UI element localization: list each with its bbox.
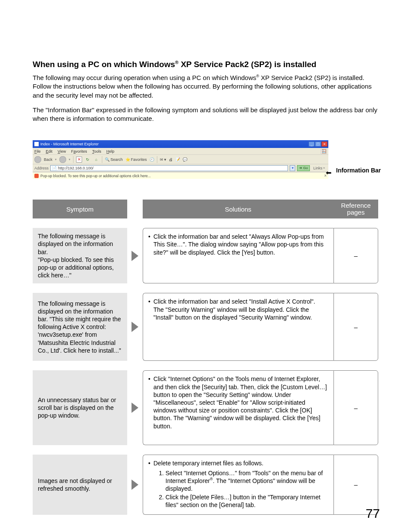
infobar-paragraph: The "Information Bar" expressed in the f… [33,106,378,123]
step-1: Select "Internet Options…" from "Tools" … [165,469,327,493]
ie-address-bar: Address 📄 http://192.168.0.100/ ▾ ➔ Go L… [33,164,328,172]
ie-menubar: File Edit View Favorites Tools Help 🪟 [33,148,328,155]
table-row: The following message is displayed on th… [33,228,378,283]
menu-file[interactable]: File [34,149,41,154]
solution-cell: Click the information bar and select "Al… [143,228,334,283]
reference-cell: – [334,228,378,283]
section-title: When using a PC on which Windows® XP Ser… [33,59,378,70]
back-dropdown-icon[interactable]: ▾ [55,158,57,161]
ie-titlebar: Index - Microsoft Internet Explorer _ □ … [33,140,328,148]
toolbar-separator-2 [102,156,102,163]
close-button[interactable]: × [321,141,327,147]
intro-paragraph: The following may occur during operation… [33,74,378,100]
header-reference: Referencepages [334,200,378,218]
table-row: Images are not displayed or refreshed sm… [33,455,378,514]
arrow-icon [132,322,138,332]
intro-sup: ® [256,74,259,78]
solution-lead: Delete temporary internet files as follo… [147,459,327,510]
step-2: Click the [Delete Files…] button in the … [165,493,327,509]
solution-cell: Click the information bar and select "In… [143,293,334,361]
title-pre: When using a PC on which Windows [33,60,175,69]
home-button[interactable]: ⌂ [93,157,99,163]
symptom-cell: Images are not displayed or refreshed sm… [33,455,127,514]
ie-window-title: Index - Microsoft Internet Explorer [40,142,99,146]
back-button[interactable] [34,156,41,163]
menu-edit[interactable]: Edit [46,149,53,154]
symptom-cell: The following message is displayed on th… [33,293,127,361]
ie-window: Index - Microsoft Internet Explorer _ □ … [33,140,328,179]
arrow-icon [132,403,138,413]
forward-button[interactable] [59,156,66,163]
print-button[interactable]: 🖨 [169,157,173,162]
links-label[interactable]: Links » [312,166,327,170]
ie-information-bar[interactable]: Pop-up blocked. To see this pop-up or ad… [33,172,328,179]
table-row: An unnecessary status bar or scroll bar … [33,370,378,445]
menu-view[interactable]: View [58,149,66,154]
table-row: The following message is displayed on th… [33,293,378,361]
toolbar-separator-3 [157,156,157,163]
toolbar-separator [73,156,73,163]
address-field[interactable]: 📄 http://192.168.0.100/ [50,165,288,171]
history-button[interactable]: 🕘 [150,157,154,162]
menu-help[interactable]: Help [106,149,114,154]
popup-blocked-icon [34,174,39,178]
back-label: Back [44,157,52,162]
ie-app-icon [34,142,39,146]
page-number: 77 [366,506,380,521]
address-value: http://192.168.0.100/ [58,166,94,170]
reference-cell: – [334,455,378,514]
symptom-cell: The following message is displayed on th… [33,228,127,283]
refresh-button[interactable]: ↻ [85,157,91,163]
solution-cell: Click "Internet Options" on the Tools me… [143,370,334,445]
symptom-cell: An unnecessary status bar or scroll bar … [33,370,127,445]
solution-cell: Delete temporary internet files as follo… [143,455,334,514]
infobar-callout-label: Information Bar [336,167,381,174]
title-post: XP Service Pack2 (SP2) is installed [178,60,316,69]
callout-arrow-icon: ⬅ [326,169,331,177]
maximize-button[interactable]: □ [315,141,321,147]
reference-cell: – [334,293,378,361]
discuss-button[interactable]: 💬 [183,157,187,162]
stop-button[interactable]: ✕ [76,157,82,163]
menu-favorites[interactable]: Favorites [71,149,87,154]
header-solutions: Solutions [143,200,334,218]
ie-toolbar: Back ▾ ▾ ✕ ↻ ⌂ 🔍 Search ⭐ Favorites 🕘 ✉ … [33,155,328,164]
menu-tools[interactable]: Tools [92,149,101,154]
address-dropdown-icon[interactable]: ▾ [290,165,295,171]
arrow-icon [132,251,138,261]
mail-button[interactable]: ✉ ▾ [160,157,167,162]
ie-logo-icon: 🪟 [321,149,327,154]
troubleshooting-table: Symptom Solutions Referencepages The fol… [33,200,378,514]
page-icon: 📄 [52,166,57,170]
forward-dropdown-icon[interactable]: ▾ [69,158,70,161]
infobar-text: Pop-up blocked. To see this pop-up or ad… [40,174,151,178]
search-button[interactable]: 🔍 Search [105,157,123,162]
solution-steps: Select "Internet Options…" from "Tools" … [153,469,327,509]
reference-cell: – [334,370,378,445]
minimize-button[interactable]: _ [309,141,315,147]
ie-window-buttons: _ □ × [309,141,327,147]
go-button[interactable]: ➔ Go [297,165,310,171]
edit-button[interactable]: 📝 [175,157,180,162]
header-symptom: Symptom [33,200,127,218]
address-label: Address [34,166,49,170]
favorites-button[interactable]: ⭐ Favorites [125,157,147,162]
arrow-icon [132,480,138,490]
table-header-row: Symptom Solutions Referencepages [33,200,378,218]
intro-pre: The following may occur during operation… [33,74,256,81]
